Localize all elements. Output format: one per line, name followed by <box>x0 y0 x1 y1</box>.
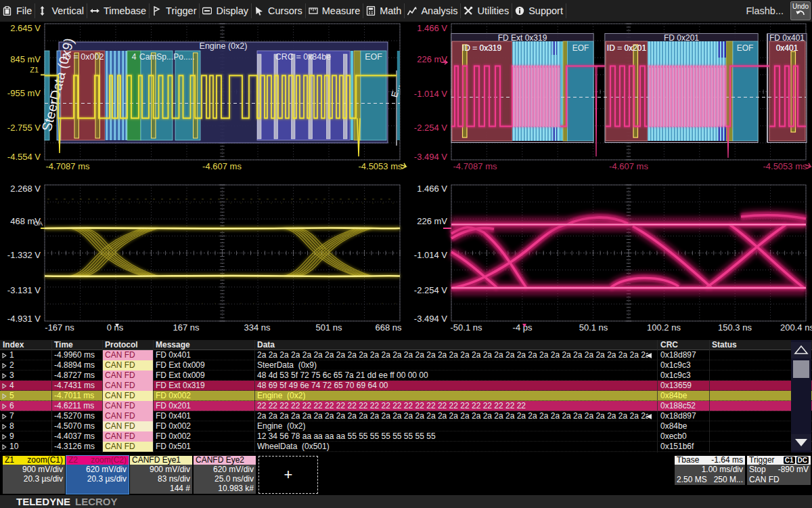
svg-text:-1.014 V: -1.014 V <box>414 89 447 99</box>
svg-text:-2.755 V: -2.755 V <box>7 123 41 133</box>
svg-text:-50.1 ns: -50.1 ns <box>451 322 482 333</box>
svg-text:200.4 ns: 200.4 ns <box>780 322 812 333</box>
svg-text:50.1 ns: 50.1 ns <box>579 322 608 333</box>
svg-text:-955 mV: -955 mV <box>7 88 41 98</box>
svg-text:2.645 V: 2.645 V <box>10 23 41 33</box>
svg-text:-4.554 V: -4.554 V <box>7 152 41 162</box>
svg-text:-167 ns: -167 ns <box>45 322 74 333</box>
svg-text:668 ns: 668 ns <box>375 322 402 333</box>
svg-text:1.466 V: 1.466 V <box>417 23 447 33</box>
svg-text:0x401: 0x401 <box>776 43 798 53</box>
svg-text:-2.254 V: -2.254 V <box>414 285 447 295</box>
svg-text:FD 0x401: FD 0x401 <box>769 33 805 43</box>
svg-text:Z1: Z1 <box>30 66 39 74</box>
svg-text:226 mV: 226 mV <box>417 216 447 226</box>
svg-text:-3.494 V: -3.494 V <box>414 152 447 162</box>
svg-text:-1.332 V: -1.332 V <box>7 250 41 260</box>
svg-text:FD 0x201: FD 0x201 <box>664 33 699 43</box>
svg-text:-4.5053 ms: -4.5053 ms <box>763 161 807 171</box>
svg-text:-4.7087 ms: -4.7087 ms <box>45 161 90 171</box>
svg-text:4: 4 <box>132 52 137 62</box>
svg-text:Engine (0x2): Engine (0x2) <box>200 41 248 51</box>
svg-text:CamSp...: CamSp... <box>139 52 173 62</box>
svg-text:ID = 0x201: ID = 0x201 <box>607 43 647 53</box>
svg-text:-4.5053 ms: -4.5053 ms <box>358 161 403 171</box>
svg-text:226 mV: 226 mV <box>417 54 447 64</box>
svg-text:1.466 V: 1.466 V <box>417 184 447 194</box>
svg-text:EOF: EOF <box>737 43 754 53</box>
svg-text:-2.254 V: -2.254 V <box>414 123 447 133</box>
svg-text:-3.131 V: -3.131 V <box>7 285 41 295</box>
svg-text:100.2 ns: 100.2 ns <box>647 322 681 333</box>
svg-text:CA: CA <box>34 219 43 227</box>
svg-text:-4.607 ms: -4.607 ms <box>609 161 648 171</box>
svg-text:167 ns: 167 ns <box>173 322 200 333</box>
svg-text:150.3 ns: 150.3 ns <box>718 322 752 333</box>
svg-text:EOF: EOF <box>365 52 382 62</box>
svg-text:-4.931 V: -4.931 V <box>7 314 41 324</box>
svg-text:845 mV: 845 mV <box>10 54 41 64</box>
svg-text:FD Ext 0x319: FD Ext 0x319 <box>498 33 547 43</box>
svg-text:ID = 0x319: ID = 0x319 <box>462 43 502 53</box>
svg-text:-4.7087 ms: -4.7087 ms <box>453 161 497 171</box>
svg-text:501 ns: 501 ns <box>315 322 342 333</box>
svg-text:334 ns: 334 ns <box>244 322 271 333</box>
svg-text:-3.494 V: -3.494 V <box>414 314 447 324</box>
svg-text:2.268 V: 2.268 V <box>10 184 41 194</box>
svg-text:-1.014 V: -1.014 V <box>414 250 447 260</box>
svg-text:EOF: EOF <box>572 43 589 53</box>
svg-text:Po.....: Po..... <box>173 52 194 62</box>
svg-text:-4.607 ms: -4.607 ms <box>202 161 242 171</box>
svg-text:CRC = 0x84be: CRC = 0x84be <box>275 52 331 62</box>
